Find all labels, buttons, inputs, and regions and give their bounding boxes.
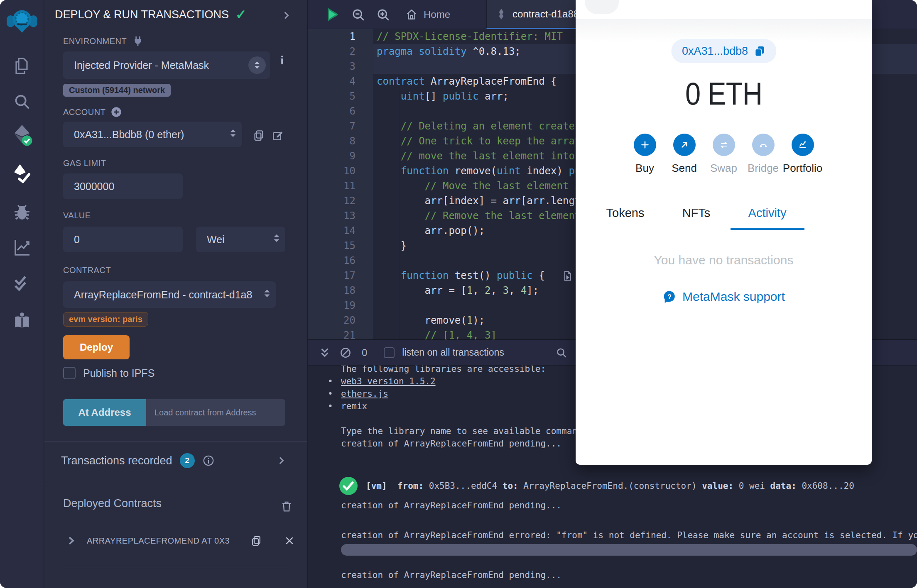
terminal-line[interactable]: creation of ArrayReplaceFromEnd pending.… xyxy=(308,569,917,581)
learneth-icon[interactable] xyxy=(12,310,32,331)
trash-icon[interactable] xyxy=(280,500,293,513)
copy-address-icon[interactable] xyxy=(753,45,765,57)
value-unit-select[interactable]: Wei xyxy=(196,227,285,252)
at-address-input[interactable]: Load contract from Address xyxy=(146,399,285,426)
eth-balance: 0 ETH xyxy=(593,76,854,112)
value-input[interactable]: 0 xyxy=(63,227,183,252)
plug-icon xyxy=(132,35,144,47)
account-address-text: 0xA31...bdb8 xyxy=(682,45,748,58)
panel-collapse-chevron[interactable] xyxy=(281,10,292,22)
network-badge: Custom (59144) network xyxy=(63,84,171,97)
run-free-function-icon[interactable] xyxy=(562,270,574,282)
solidity-compiler-icon[interactable] xyxy=(11,123,33,146)
analytics-icon[interactable] xyxy=(12,237,32,257)
portfolio-action-button[interactable]: Portfolio xyxy=(792,134,814,175)
metamask-header xyxy=(576,0,872,20)
empty-transactions-text: You have no transactions xyxy=(576,253,872,267)
publish-ipfs-row: Publish to IPFS xyxy=(63,367,154,379)
panel-title: DEPLOY & RUN TRANSACTIONS ✓ xyxy=(55,7,247,22)
swap-icon xyxy=(718,139,730,151)
publish-ipfs-label: Publish to IPFS xyxy=(83,367,154,379)
at-address-row: At Address Load contract from Address xyxy=(63,399,285,426)
swap-action-button: Swap xyxy=(713,134,735,175)
at-address-button[interactable]: At Address xyxy=(63,399,146,426)
info-icon[interactable] xyxy=(202,454,215,467)
terminal-line[interactable]: creation of ArrayReplaceFromEnd errored:… xyxy=(308,529,917,542)
contract-select[interactable]: ArrayReplaceFromEnd - contract-d1a8 xyxy=(63,281,276,308)
tab-nfts[interactable]: NFTs xyxy=(661,206,732,229)
transactions-count-badge: 2 xyxy=(180,453,195,468)
run-script-icon[interactable] xyxy=(324,6,340,23)
send-action-button[interactable]: Send xyxy=(673,134,696,175)
metamask-support-link[interactable]: ? MetaMask support xyxy=(576,290,872,304)
divider xyxy=(44,441,307,442)
zoom-out-icon[interactable] xyxy=(351,7,366,22)
edit-account-icon[interactable] xyxy=(271,129,284,142)
action-label: Send xyxy=(672,162,697,175)
transactions-recorded-row: Transactions recorded 2 xyxy=(61,453,295,468)
pending-tx-count: 0 xyxy=(362,347,367,359)
action-label: Buy xyxy=(635,162,654,175)
chevron-updown-icon xyxy=(263,288,271,301)
deploy-button[interactable]: Deploy xyxy=(63,335,130,359)
publish-ipfs-checkbox[interactable] xyxy=(63,367,76,379)
divider xyxy=(63,568,289,568)
gas-limit-label: GAS LIMIT xyxy=(63,159,106,168)
buy-action-button[interactable]: Buy xyxy=(634,134,656,175)
tab-contract-file-label: contract-d1a881 xyxy=(512,8,584,20)
copy-account-icon[interactable] xyxy=(252,129,265,142)
tab-home-label: Home xyxy=(424,9,450,20)
environment-select[interactable]: Injected Provider - MetaMask xyxy=(63,51,270,79)
listen-transactions-checkbox[interactable] xyxy=(384,347,395,358)
file-explorer-icon[interactable] xyxy=(12,56,32,76)
gas-limit-input[interactable]: 3000000 xyxy=(63,173,183,199)
terminal-scrollbar[interactable] xyxy=(341,544,917,556)
tab-tokens[interactable]: Tokens xyxy=(590,206,661,229)
deploy-run-icon[interactable] xyxy=(12,163,32,184)
search-icon[interactable] xyxy=(12,92,32,111)
deployed-contract-name: ARRAYREPLACEFROMEND AT 0X3 xyxy=(87,536,230,546)
terminal-link: web3 version 1.5.2 xyxy=(341,376,436,386)
question-bubble-icon: ? xyxy=(662,290,677,304)
panel-title-text: DEPLOY & RUN TRANSACTIONS xyxy=(55,8,229,21)
chevron-updown-icon xyxy=(273,233,280,246)
tab-activity[interactable]: Activity xyxy=(732,206,803,229)
terminal-line[interactable]: [vm] from: 0x5B3...eddC4 to: ArrayReplac… xyxy=(308,473,917,499)
bridge-icon xyxy=(758,139,769,151)
chevron-updown-icon xyxy=(248,56,266,74)
portfolio-icon xyxy=(797,139,809,151)
deployed-contract-row[interactable]: ARRAYREPLACEFROMEND AT 0X3 xyxy=(66,534,295,547)
expand-transactions-chevron[interactable] xyxy=(276,455,287,466)
bridge-action-button: Bridge xyxy=(752,134,775,175)
send-icon xyxy=(679,139,690,151)
environment-label: ENVIRONMENT xyxy=(63,35,144,47)
plus-icon xyxy=(639,139,651,151)
remix-logo[interactable] xyxy=(5,5,39,38)
unit-testing-icon[interactable] xyxy=(12,273,32,293)
account-label: ACCOUNT xyxy=(63,106,122,118)
icon-rail xyxy=(0,0,44,588)
panel-check-icon: ✓ xyxy=(235,7,247,22)
listen-transactions-label: listen on all transactions xyxy=(402,347,504,358)
deploy-run-panel: DEPLOY & RUN TRANSACTIONS ✓ ENVIRONMENT … xyxy=(44,0,308,588)
terminal-search-icon[interactable] xyxy=(555,346,568,359)
action-label: Swap xyxy=(710,162,737,175)
add-account-icon[interactable] xyxy=(110,106,122,118)
debugger-icon[interactable] xyxy=(12,202,32,222)
close-contract-icon[interactable] xyxy=(284,535,295,546)
terminal-link: ethers.js xyxy=(341,389,388,399)
clear-console-icon[interactable] xyxy=(339,346,352,359)
terminal-line[interactable]: creation of ArrayReplaceFromEnd pending.… xyxy=(308,499,917,512)
solidity-file-icon xyxy=(496,8,507,20)
expand-terminal-icon[interactable] xyxy=(319,346,331,359)
account-address-pill[interactable]: 0xA31...bdb8 xyxy=(671,39,776,63)
account-select[interactable]: 0xA31...Bbdb8 (0 ether) xyxy=(63,122,242,147)
evm-version-badge: evm version: paris xyxy=(63,312,148,327)
environment-info-icon[interactable]: i xyxy=(280,53,284,67)
zoom-in-icon[interactable] xyxy=(376,7,391,22)
svg-text:?: ? xyxy=(667,293,672,300)
copy-contract-icon[interactable] xyxy=(250,534,262,547)
tab-home[interactable]: Home xyxy=(395,0,461,29)
expand-contract-chevron[interactable] xyxy=(66,536,76,546)
action-buttons-row: BuySendSwapBridgePortfolio xyxy=(576,134,872,175)
